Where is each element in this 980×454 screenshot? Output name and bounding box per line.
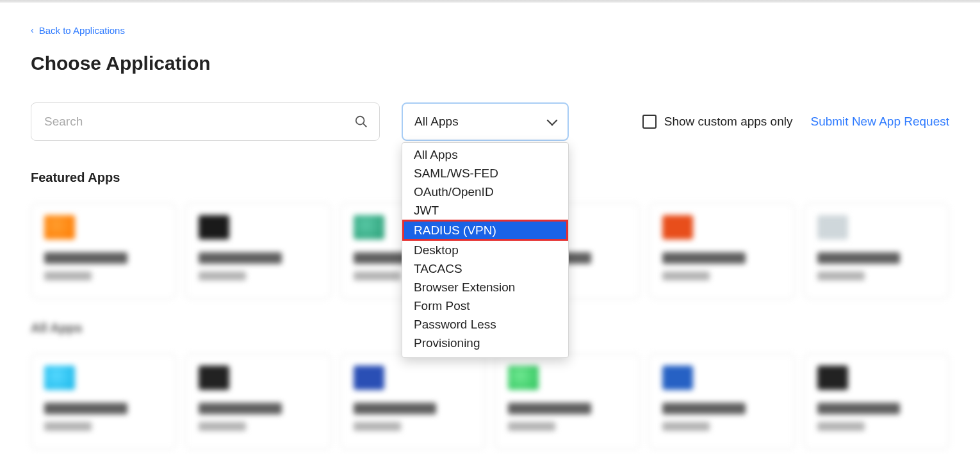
app-name: [199, 403, 282, 414]
app-type: [662, 422, 710, 431]
app-card[interactable]: [340, 353, 486, 450]
filter-dropdown-list: All Apps SAML/WS-FED OAuth/OpenID JWT RA…: [402, 142, 569, 358]
app-icon: [354, 366, 384, 390]
app-type: [817, 272, 865, 280]
app-type: [199, 272, 246, 280]
app-name: [44, 252, 127, 264]
app-card[interactable]: [804, 353, 949, 450]
all-apps-row: [31, 353, 949, 450]
filter-option[interactable]: All Apps: [402, 145, 568, 164]
filter-option[interactable]: JWT: [402, 201, 568, 220]
app-type: [817, 422, 865, 431]
filter-option[interactable]: Form Post: [402, 296, 568, 315]
custom-apps-toggle[interactable]: Show custom apps only: [642, 115, 793, 129]
app-card[interactable]: [185, 203, 331, 299]
filter-option[interactable]: SAML/WS-FED: [402, 164, 568, 182]
chevron-down-icon: [547, 115, 558, 126]
svg-line-1: [363, 124, 366, 127]
filter-option[interactable]: Password Less: [402, 315, 568, 334]
svg-point-0: [356, 117, 364, 125]
app-icon: [199, 215, 229, 239]
app-name: [817, 252, 901, 264]
app-icon: [199, 366, 229, 390]
app-name: [44, 403, 127, 414]
filter-option-selected[interactable]: RADIUS (VPN): [402, 220, 568, 241]
app-type: [199, 422, 246, 431]
search-wrap: [31, 102, 380, 141]
checkbox-icon[interactable]: [642, 115, 657, 129]
filter-option[interactable]: TACACS: [402, 259, 568, 278]
app-card[interactable]: [649, 203, 794, 299]
app-name: [662, 403, 746, 414]
app-type: [44, 422, 92, 431]
app-card[interactable]: [31, 203, 176, 299]
app-type: [354, 272, 401, 280]
app-name: [354, 403, 437, 414]
app-icon: [662, 366, 693, 390]
page-title: Choose Application: [31, 53, 949, 74]
chevron-left-icon: ‹: [31, 25, 34, 35]
back-link-label: Back to Applications: [39, 25, 125, 36]
app-icon: [354, 215, 384, 239]
page-content: ‹ Back to Applications Choose Applicatio…: [0, 3, 980, 450]
app-icon: [508, 366, 539, 390]
filter-option[interactable]: Desktop: [402, 241, 568, 259]
app-card[interactable]: [804, 203, 949, 299]
filter-dropdown-selected: All Apps: [414, 115, 459, 129]
app-type: [44, 272, 92, 280]
app-icon: [662, 215, 693, 239]
search-input[interactable]: [31, 102, 380, 141]
app-card[interactable]: [649, 353, 794, 450]
submit-app-request-link[interactable]: Submit New App Request: [810, 115, 949, 129]
search-icon: [354, 115, 368, 129]
app-name: [508, 403, 591, 414]
app-icon: [817, 366, 848, 390]
app-card[interactable]: [185, 353, 331, 450]
filter-dropdown-button[interactable]: All Apps: [402, 102, 569, 141]
back-link[interactable]: ‹ Back to Applications: [31, 25, 125, 36]
app-icon: [44, 366, 75, 390]
custom-apps-label: Show custom apps only: [664, 115, 793, 129]
app-card[interactable]: [494, 353, 640, 450]
app-name: [662, 252, 746, 264]
app-icon: [44, 215, 75, 239]
controls-row: All Apps All Apps SAML/WS-FED OAuth/Open…: [31, 102, 949, 141]
app-name: [199, 252, 282, 264]
filter-dropdown: All Apps All Apps SAML/WS-FED OAuth/Open…: [402, 102, 569, 141]
app-icon: [817, 215, 848, 239]
app-type: [508, 422, 555, 431]
app-name: [817, 403, 901, 414]
filter-option[interactable]: Browser Extension: [402, 278, 568, 296]
app-type: [662, 272, 710, 280]
filter-option[interactable]: Provisioning: [402, 334, 568, 352]
filter-option[interactable]: OAuth/OpenID: [402, 182, 568, 201]
app-type: [354, 422, 401, 431]
app-card[interactable]: [31, 353, 176, 450]
